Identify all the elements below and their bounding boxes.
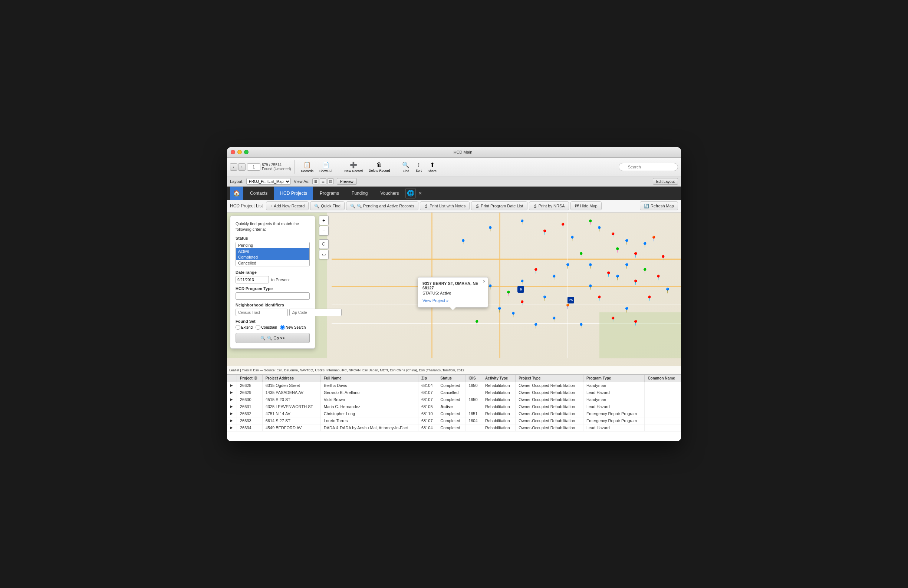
col-zip[interactable]: Zip <box>419 375 437 382</box>
map-marker-13[interactable]: 📍 <box>650 235 657 242</box>
edit-layout-button[interactable]: Edit Layout <box>653 178 678 185</box>
globe-button[interactable]: 🌐 <box>406 188 416 198</box>
close-button[interactable] <box>231 150 235 154</box>
map-marker-16[interactable]: 📍 <box>605 271 612 277</box>
map-marker-35[interactable]: 📍 <box>655 274 661 280</box>
map-marker-5[interactable]: 📍 <box>569 235 575 242</box>
polygon-tool-button[interactable]: ⬡ <box>319 239 328 249</box>
map-marker-2[interactable]: 📍 <box>519 219 525 225</box>
map-marker-44[interactable]: 📍 <box>510 312 516 317</box>
map-marker-4[interactable]: 📍 <box>560 222 566 229</box>
status-active[interactable]: Active <box>236 248 309 254</box>
constrain-radio[interactable] <box>256 325 260 330</box>
row-arrow-4[interactable]: ▶ <box>227 410 237 417</box>
refresh-map-button[interactable]: 🔄 Refresh Map <box>640 201 678 210</box>
map-marker-21[interactable]: 📍 <box>533 268 539 274</box>
hide-map-button[interactable]: 🗺 Hide Map <box>570 201 602 210</box>
map-marker-29[interactable]: 📍 <box>565 303 571 309</box>
add-new-record-button[interactable]: + Add New Record <box>266 201 309 210</box>
col-status[interactable]: Status <box>437 375 465 382</box>
map-marker-27[interactable]: 📍 <box>519 300 525 306</box>
map-marker-33[interactable]: 📍 <box>633 279 639 285</box>
map-marker-28[interactable]: 📍 <box>541 295 548 301</box>
map-marker-38[interactable]: 📍 <box>623 307 630 313</box>
col-activity-type[interactable]: Activity Type <box>482 375 515 382</box>
nav-tab-hcd-projects[interactable]: HCD Projects <box>274 187 313 200</box>
zoom-in-button[interactable]: + <box>319 216 328 225</box>
search-input[interactable] <box>619 163 678 171</box>
map-marker-30[interactable]: 📍 <box>587 284 594 290</box>
col-program-type[interactable]: Program Type <box>583 375 645 382</box>
status-pending[interactable]: Pending <box>236 242 309 248</box>
col-project-id[interactable]: Project ID <box>237 375 262 382</box>
nav-close-button[interactable]: ✕ <box>417 190 424 197</box>
map-marker-6[interactable]: 📍 <box>587 219 594 225</box>
map-marker-37[interactable]: 📍 <box>646 295 652 301</box>
row-arrow-3[interactable]: ▶ <box>227 403 237 410</box>
map-marker-17[interactable]: 📍 <box>587 263 594 269</box>
pending-active-button[interactable]: 🔍 🔍 Pending and Active Records <box>346 201 419 210</box>
forward-button[interactable]: › <box>238 163 246 171</box>
row-arrow-0[interactable]: ▶ <box>227 382 237 389</box>
form-view-icon[interactable]: ▦ <box>312 179 319 184</box>
col-common-name[interactable]: Common Name <box>645 375 681 382</box>
col-idis[interactable]: IDIS <box>465 375 482 382</box>
zoom-out-button[interactable]: − <box>319 226 328 235</box>
census-tract-input[interactable] <box>235 309 288 316</box>
map-marker-15[interactable]: 📍 <box>623 263 630 269</box>
row-arrow-6[interactable]: ▶ <box>227 424 237 431</box>
nav-tab-contacts[interactable]: Contacts <box>244 187 274 200</box>
layout-dropdown[interactable]: PROJ_Pr...tList_Map <box>246 178 291 185</box>
records-button[interactable]: 📋 Records <box>299 161 316 173</box>
status-cancelled[interactable]: Cancelled <box>236 260 309 266</box>
share-button[interactable]: ⬆ Share <box>425 161 439 173</box>
map-marker-32[interactable]: 📍 <box>614 274 621 280</box>
map-marker-8[interactable]: 📍 <box>610 232 616 238</box>
home-button[interactable]: 🏠 <box>230 187 243 200</box>
maximize-button[interactable] <box>244 150 248 154</box>
date-from-input[interactable] <box>235 276 269 284</box>
extend-option[interactable]: Extend <box>235 325 253 330</box>
rectangle-tool-button[interactable]: ▭ <box>319 250 328 259</box>
map-marker-10[interactable]: 📍 <box>614 247 621 253</box>
col-project-type[interactable]: Project Type <box>515 375 583 382</box>
map-marker-43[interactable]: 📍 <box>533 323 539 329</box>
map-marker-22[interactable]: 📍 <box>519 279 525 285</box>
map-marker-7[interactable]: 📍 <box>596 226 602 232</box>
print-nrsa-button[interactable]: 🖨 Print by NRSA <box>529 201 569 210</box>
new-record-button[interactable]: ➕ New Record <box>342 161 365 173</box>
zip-code-input[interactable] <box>289 309 341 316</box>
row-arrow-2[interactable]: ▶ <box>227 396 237 403</box>
col-project-address[interactable]: Project Address <box>262 375 320 382</box>
map-marker-1[interactable]: 📍 <box>487 226 493 232</box>
delete-record-button[interactable]: 🗑 Delete Record <box>367 161 393 172</box>
map-marker-40[interactable]: 📍 <box>633 320 639 326</box>
preview-button[interactable]: Preview <box>337 178 357 185</box>
map-marker-18[interactable]: 📍 <box>578 252 584 258</box>
map-marker-11[interactable]: 📍 <box>633 252 639 258</box>
minimize-button[interactable] <box>237 150 242 154</box>
map-marker-31[interactable]: 📍 <box>596 295 602 301</box>
map-marker-45[interactable]: 📍 <box>474 320 480 326</box>
map-marker-26[interactable]: 📍 <box>496 307 502 313</box>
map-marker-9[interactable]: 📍 <box>623 239 630 245</box>
map-marker-23[interactable]: 📍 <box>505 290 512 296</box>
nav-tab-programs[interactable]: Programs <box>314 187 345 200</box>
go-button[interactable]: 🔍 🔍 Go >> <box>235 333 310 343</box>
map-marker-42[interactable]: 📍 <box>551 316 557 322</box>
extend-radio[interactable] <box>235 325 240 330</box>
map-marker-3[interactable]: 📍 <box>541 229 548 235</box>
quick-find-button[interactable]: 🔍 Quick Find <box>310 201 345 210</box>
print-list-notes-button[interactable]: 🖨 Print List with Notes <box>420 201 470 210</box>
new-search-option[interactable]: New Search <box>280 325 306 330</box>
map-marker-34[interactable]: 📍 <box>642 268 648 274</box>
map-marker-14[interactable]: 📍 <box>660 255 666 261</box>
map-marker-41[interactable]: 📍 <box>578 323 584 329</box>
row-arrow-1[interactable]: ▶ <box>227 389 237 396</box>
col-full-name[interactable]: Full Name <box>320 375 418 382</box>
print-program-date-button[interactable]: 🖨 Print Program Date List <box>471 201 527 210</box>
show-all-button[interactable]: 📄 Show All <box>317 161 335 173</box>
popup-close-button[interactable]: × <box>483 279 486 284</box>
row-arrow-5[interactable]: ▶ <box>227 417 237 424</box>
new-search-radio[interactable] <box>280 325 285 330</box>
